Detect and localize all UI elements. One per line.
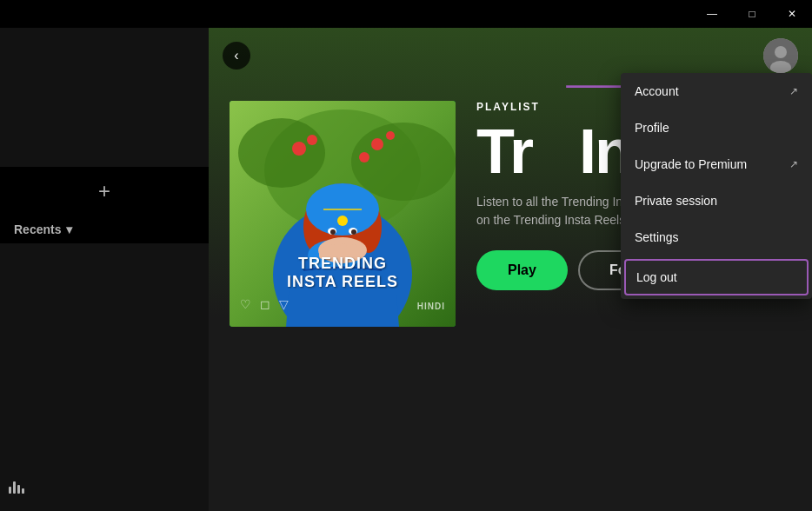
sidebar-bottom (0, 243, 209, 511)
external-link-icon: ↗ (789, 85, 798, 97)
svg-point-3 (775, 46, 787, 58)
menu-container: Account ↗ Profile Upgrade to Premium ↗ P… (612, 28, 812, 349)
mini-bar-1 (9, 487, 11, 494)
heart-icon: ♡ (240, 297, 251, 311)
back-button[interactable]: ‹ (223, 42, 250, 70)
album-art-inner (230, 101, 456, 327)
window-controls: — □ ✕ (692, 0, 812, 28)
sidebar-add-button[interactable]: + (0, 167, 209, 216)
mini-bar-4 (22, 488, 24, 494)
mini-bar-3 (17, 485, 20, 494)
plus-icon: + (98, 179, 110, 203)
svg-point-11 (371, 138, 383, 150)
album-title-line2: INSTA REELS (230, 273, 456, 292)
avatar-image (763, 38, 798, 73)
private-session-label: Private session (635, 194, 717, 208)
dropdown-menu: Account ↗ Profile Upgrade to Premium ↗ P… (621, 73, 812, 299)
profile-label: Profile (635, 121, 669, 135)
album-icons-row: ♡ ◻ ▽ (240, 297, 289, 311)
mini-visualizer (9, 481, 24, 494)
share-icon: ◻ (260, 297, 270, 311)
svg-point-10 (307, 135, 317, 145)
svg-point-7 (238, 118, 325, 188)
album-title-line1: TRENDING (230, 255, 456, 274)
upgrade-label: Upgrade to Premium (635, 157, 747, 171)
logout-label: Log out (636, 270, 677, 284)
album-illustration (230, 101, 456, 327)
sidebar-recents[interactable]: Recents ▾ (0, 216, 209, 243)
sidebar: + Recents ▾ (0, 28, 209, 511)
menu-item-private-session[interactable]: Private session (621, 182, 812, 219)
minimize-button[interactable]: — (692, 0, 732, 28)
svg-point-13 (359, 152, 369, 163)
mini-bar-2 (13, 481, 16, 494)
more-icon: ▽ (279, 297, 289, 311)
back-icon: ‹ (234, 48, 238, 63)
app-container: + Recents ▾ ‹ (0, 28, 812, 511)
svg-point-9 (292, 142, 306, 156)
svg-point-25 (351, 229, 356, 235)
menu-item-account[interactable]: Account ↗ (621, 73, 812, 110)
account-label: Account (635, 84, 679, 98)
play-button[interactable]: Play (476, 250, 568, 290)
svg-point-24 (330, 229, 336, 235)
album-art: TRENDING INSTA REELS ♡ ◻ ▽ HINDI (230, 101, 456, 327)
menu-item-logout[interactable]: Log out (624, 259, 809, 295)
menu-item-profile[interactable]: Profile (621, 110, 812, 146)
menu-item-upgrade[interactable]: Upgrade to Premium ↗ (621, 146, 812, 182)
main-content: ‹ (209, 28, 812, 511)
recents-chevron-icon: ▾ (66, 222, 72, 236)
svg-point-20 (337, 216, 348, 226)
close-button[interactable]: ✕ (772, 0, 812, 28)
sidebar-top (0, 28, 209, 167)
user-avatar[interactable] (763, 38, 798, 73)
album-lang-tag: HINDI (417, 302, 445, 311)
upgrade-external-icon: ↗ (789, 158, 798, 170)
menu-item-settings[interactable]: Settings (621, 219, 812, 256)
album-text: TRENDING INSTA REELS (230, 255, 456, 292)
svg-point-12 (386, 131, 395, 140)
recents-label: Recents (14, 222, 61, 236)
settings-label: Settings (635, 230, 679, 244)
maximize-button[interactable]: □ (732, 0, 772, 28)
title-bar: — □ ✕ (0, 0, 812, 28)
